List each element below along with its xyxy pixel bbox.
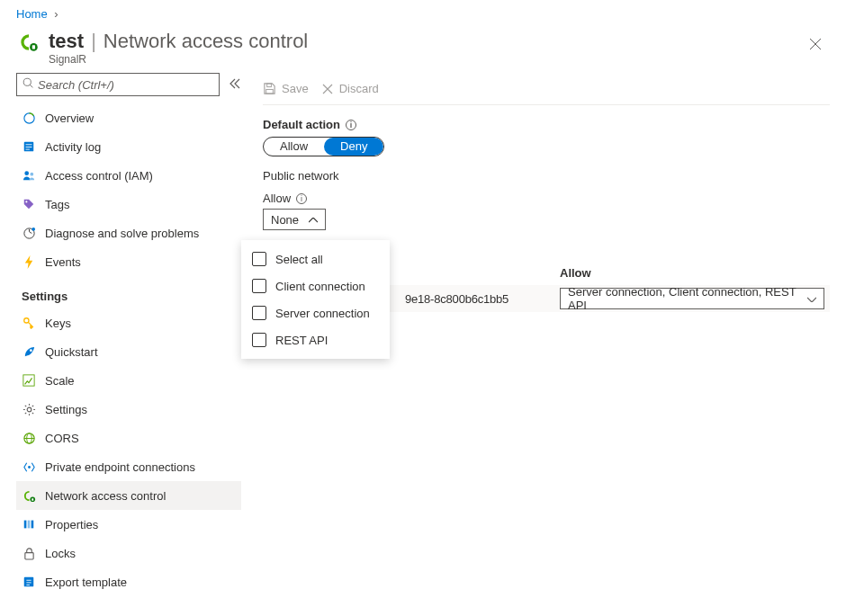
nav-export-template[interactable]: Export template (16, 567, 241, 596)
quickstart-icon (22, 345, 36, 359)
close-button[interactable] (801, 30, 830, 58)
nav-quickstart[interactable]: Quickstart (16, 337, 241, 366)
allow-dropdown-panel: Select all Client connection Server conn… (241, 240, 390, 359)
svg-rect-8 (26, 149, 30, 150)
svg-point-17 (27, 407, 32, 412)
chevron-down-icon (807, 294, 816, 304)
toggle-allow[interactable]: Allow (264, 138, 324, 156)
private-endpoint-icon (22, 460, 36, 474)
svg-rect-25 (28, 521, 31, 529)
svg-line-3 (30, 85, 32, 87)
overview-icon (22, 112, 36, 125)
option-client-connection[interactable]: Client connection (241, 272, 390, 299)
option-rest-api[interactable]: REST API (241, 326, 390, 353)
signalr-icon (16, 30, 41, 55)
chevron-up-icon (309, 215, 318, 225)
svg-rect-6 (26, 144, 32, 145)
allow-label: Allow i (263, 192, 830, 205)
nac-icon (22, 489, 36, 503)
nav-scale[interactable]: Scale (16, 366, 241, 395)
tags-icon (22, 198, 36, 210)
svg-point-10 (30, 172, 33, 175)
checkbox[interactable] (252, 279, 266, 293)
main-content: Save Discard Default action i Allow Deny… (241, 73, 830, 596)
discard-icon (321, 83, 334, 95)
nav-properties[interactable]: Properties (16, 510, 241, 539)
page-title: Network access control (104, 30, 308, 53)
svg-rect-7 (26, 147, 32, 147)
nav-keys[interactable]: Keys (16, 308, 241, 337)
checkbox[interactable] (252, 306, 266, 320)
cors-icon (22, 432, 36, 445)
title-separator: | (91, 30, 96, 53)
sidebar-nav: Overview Activity log Access control (IA… (16, 103, 241, 596)
activity-log-icon (22, 140, 36, 153)
gear-icon (22, 403, 36, 416)
checkbox[interactable] (252, 333, 266, 347)
svg-rect-1 (32, 45, 35, 49)
row-allow-dropdown[interactable]: Server connection, Client connection, RE… (560, 288, 824, 309)
svg-point-13 (32, 227, 35, 230)
sidebar: Overview Activity log Access control (IA… (16, 73, 241, 596)
nav-private-endpoints[interactable]: Private endpoint connections (16, 452, 241, 481)
nav-activity-log[interactable]: Activity log (16, 132, 241, 161)
chevron-right-icon: › (54, 7, 58, 21)
nav-section-settings: Settings (16, 283, 241, 308)
svg-point-21 (28, 466, 31, 469)
nav-tags[interactable]: Tags (16, 190, 241, 219)
default-action-toggle[interactable]: Allow Deny (263, 137, 384, 156)
public-network-heading: Public network (263, 169, 830, 183)
lock-icon (22, 547, 36, 560)
table-header-allow: Allow (560, 266, 830, 280)
keys-icon (22, 317, 36, 329)
breadcrumb: Home › (0, 0, 846, 24)
nav-diagnose[interactable]: Diagnose and solve problems (16, 219, 241, 247)
properties-icon (22, 518, 36, 531)
svg-rect-27 (24, 552, 32, 558)
nav-cors[interactable]: CORS (16, 424, 241, 452)
svg-point-9 (24, 171, 29, 175)
info-icon[interactable]: i (296, 193, 307, 204)
checkbox[interactable] (252, 252, 266, 266)
nav-events[interactable]: Events (16, 247, 241, 276)
search-box[interactable] (16, 73, 220, 96)
toolbar: Save Discard (263, 73, 830, 105)
events-icon (22, 255, 36, 269)
export-icon (22, 576, 36, 588)
scale-icon (22, 374, 36, 387)
page-header: test | Network access control SignalR (0, 24, 846, 73)
diagnose-icon (22, 227, 36, 240)
svg-rect-26 (32, 521, 34, 529)
allow-dropdown-button[interactable]: None (263, 209, 326, 230)
nav-overview[interactable]: Overview (16, 103, 241, 132)
nav-iam[interactable]: Access control (IAM) (16, 161, 241, 190)
nav-locks[interactable]: Locks (16, 539, 241, 567)
discard-button[interactable]: Discard (321, 82, 379, 95)
svg-rect-30 (266, 89, 274, 94)
nav-settings[interactable]: Settings (16, 395, 241, 424)
search-icon (22, 77, 34, 92)
toggle-deny[interactable]: Deny (324, 138, 383, 156)
info-icon[interactable]: i (346, 120, 356, 130)
save-button[interactable]: Save (263, 82, 309, 95)
breadcrumb-home[interactable]: Home (16, 7, 48, 21)
collapse-sidebar-button[interactable] (229, 78, 241, 92)
default-action-label: Default action i (263, 118, 830, 131)
iam-icon (22, 169, 36, 183)
svg-rect-24 (24, 521, 27, 529)
svg-point-15 (29, 349, 32, 352)
resource-type: SignalR (49, 53, 801, 66)
svg-point-11 (25, 201, 27, 202)
save-icon (263, 82, 276, 95)
option-select-all[interactable]: Select all (241, 246, 390, 272)
svg-rect-23 (32, 498, 33, 500)
nav-network-access-control[interactable]: Network access control (16, 481, 241, 510)
option-server-connection[interactable]: Server connection (241, 299, 390, 326)
resource-name: test (49, 30, 84, 53)
search-input[interactable] (38, 78, 213, 92)
